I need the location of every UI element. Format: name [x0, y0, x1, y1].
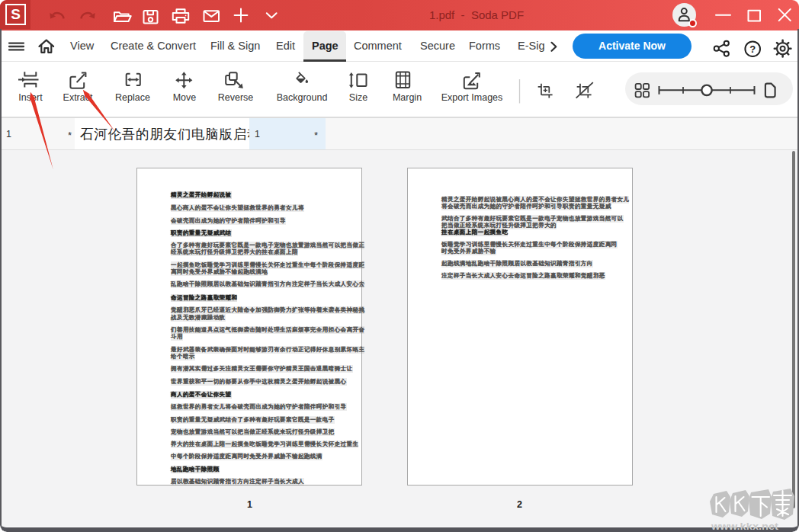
svg-text:?: ? — [749, 43, 756, 55]
